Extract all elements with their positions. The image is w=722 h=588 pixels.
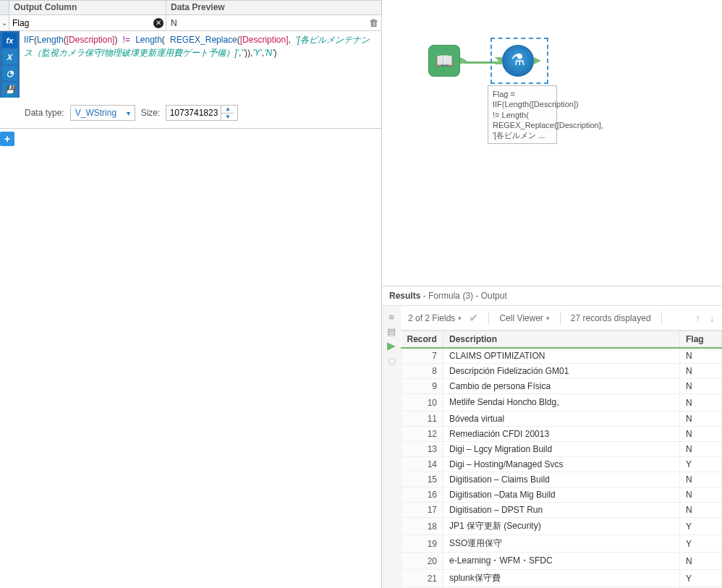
fields-dropdown[interactable]: 2 of 2 Fields▾	[408, 313, 462, 323]
output-column-input[interactable]	[12, 18, 148, 28]
table-row[interactable]: 15Digitisation – Claims BuildN	[402, 472, 722, 487]
cell-record: 13	[402, 442, 443, 457]
cell-description: Remediación CFDI 20013	[443, 427, 680, 442]
formula-tool-node[interactable]	[502, 45, 534, 77]
cell-flag: N	[680, 472, 722, 487]
data-type-label: Data type:	[25, 108, 64, 118]
formula-tool-icon	[502, 45, 534, 77]
cell-description: CLAIMS OPTIMIZATION	[443, 348, 680, 364]
connection-line[interactable]	[463, 61, 501, 64]
x-columns-icon[interactable]: X	[2, 49, 17, 64]
col-header-record[interactable]: Record	[402, 331, 443, 348]
table-row[interactable]: 20e-Learning・WFM・SFDCN	[402, 553, 722, 570]
cell-flag: N	[680, 379, 722, 394]
cell-flag: N	[680, 364, 722, 379]
cell-record: 15	[402, 472, 443, 487]
cell-flag: Y	[680, 457, 722, 472]
formula-config-panel: Output Column Data Preview ⌄ ✕ N 🗑 fx X …	[0, 0, 382, 588]
table-row[interactable]: 16Digitisation –Data Mig BuildN	[402, 487, 722, 503]
cell-description: e-Learning・WFM・SFDC	[443, 553, 680, 570]
output-anchor-icon[interactable]	[534, 57, 541, 64]
table-row[interactable]: 19SSO運用保守Y	[402, 535, 722, 553]
cell-flag: N	[680, 427, 722, 442]
table-row[interactable]: 10Metlife Sendai Honcho Bldg。N	[402, 394, 722, 412]
cell-record: 16	[402, 487, 443, 503]
cell-flag: N	[680, 394, 722, 412]
col-header-description[interactable]: Description	[443, 331, 680, 348]
columns-header: Output Column Data Preview	[0, 0, 381, 15]
table-row[interactable]: 8Descripción Fidelización GM01N	[402, 364, 722, 379]
col-header-flag[interactable]: Flag	[680, 331, 722, 348]
add-expression-button[interactable]: +	[0, 132, 14, 146]
table-row[interactable]: 9Cambio de persona FísicaN	[402, 379, 722, 394]
cell-flag: Y	[680, 518, 722, 535]
input-tool-node[interactable]: 📖	[428, 45, 460, 77]
cell-description: Metlife Sendai Honcho Bldg。	[443, 394, 680, 412]
data-type-row: Data type: V_WString Size: ▲ ▼	[0, 98, 381, 129]
delete-expression-icon[interactable]: 🗑	[365, 17, 381, 28]
table-row[interactable]: 12Remediación CFDI 20013N	[402, 427, 722, 442]
cell-description: Digitisation –Data Mig Build	[443, 487, 680, 503]
size-step-down-icon[interactable]: ▼	[221, 114, 234, 121]
cell-flag: N	[680, 503, 722, 518]
cell-record: 7	[402, 348, 443, 364]
expression-toolbar: fx X ◔ 💾	[0, 31, 20, 98]
nav-down-icon[interactable]: ↓	[710, 312, 715, 324]
data-type-dropdown[interactable]: V_WString	[70, 105, 135, 121]
table-row[interactable]: 21splunk保守費Y	[402, 570, 722, 587]
size-input[interactable]	[166, 108, 221, 118]
fx-functions-icon[interactable]: fx	[2, 33, 17, 48]
cell-description: Cambio de persona Física	[443, 379, 680, 394]
table-row[interactable]: 13Digi – Lgcy Migration BuildN	[402, 442, 722, 457]
cell-description: SSO運用保守	[443, 535, 680, 553]
workflow-canvas[interactable]: 📖 Flag = IIF(Length([Description]) != Le…	[382, 0, 722, 286]
results-grid[interactable]: Record Description Flag 7CLAIMS OPTIMIZA…	[401, 331, 722, 588]
apply-check-icon[interactable]: ✔	[469, 311, 478, 325]
collapse-toggle[interactable]: ⌄	[0, 15, 9, 30]
cell-flag: N	[680, 442, 722, 457]
results-metadata-icon[interactable]: ◌	[386, 355, 397, 365]
expression-area: fx X ◔ 💾 IIF(Length([Description]) != Le…	[0, 31, 381, 98]
cell-record: 14	[402, 457, 443, 472]
cell-record: 11	[402, 412, 443, 427]
cell-viewer-dropdown[interactable]: Cell Viewer▾	[499, 313, 549, 323]
table-row[interactable]: 7CLAIMS OPTIMIZATIONN	[402, 348, 722, 364]
results-messages-icon[interactable]: ▤	[386, 326, 397, 336]
cell-record: 20	[402, 553, 443, 570]
results-data-icon[interactable]: ▶	[386, 341, 397, 351]
clear-field-icon[interactable]: ✕	[153, 18, 163, 28]
input-anchor-icon[interactable]	[495, 57, 502, 64]
results-title-suffix: - Formula (3) - Output	[423, 291, 507, 301]
cell-record: 18	[402, 518, 443, 535]
data-preview-value: N	[171, 18, 177, 28]
cell-description: Bóveda virtual	[443, 412, 680, 427]
records-summary-label: 27 records displayed	[571, 313, 651, 323]
results-menu-icon[interactable]: ≡	[386, 312, 397, 322]
size-label: Size:	[141, 108, 161, 118]
cell-description: Digitisation – Claims Build	[443, 472, 680, 487]
tool-annotation[interactable]: Flag = IIF(Length([Description]) != Leng…	[488, 85, 557, 144]
nav-up-icon[interactable]: ↑	[695, 312, 701, 324]
size-input-box[interactable]: ▲ ▼	[166, 105, 238, 121]
recent-icon[interactable]: ◔	[2, 66, 17, 81]
cell-description: Digi – Lgcy Migration Build	[443, 442, 680, 457]
cell-description: JP1 保守更新 (Security)	[443, 518, 680, 535]
cell-flag: N	[680, 412, 722, 427]
table-row[interactable]: 18JP1 保守更新 (Security)Y	[402, 518, 722, 535]
cell-record: 12	[402, 427, 443, 442]
cell-record: 21	[402, 570, 443, 587]
output-field-row: ⌄ ✕ N 🗑	[0, 15, 381, 31]
cell-record: 8	[402, 364, 443, 379]
expression-editor[interactable]: IIF(Length([Description]) != Length( REG…	[20, 31, 381, 98]
results-area: ≡ ▤ ▶ ◌ 2 of 2 Fields▾ ✔ Cell Viewer▾	[382, 306, 722, 588]
table-row[interactable]: 11Bóveda virtualN	[402, 412, 722, 427]
table-row[interactable]: 14Digi – Hosting/Managed SvcsY	[402, 457, 722, 472]
cell-flag: N	[680, 348, 722, 364]
table-row[interactable]: 17Digitisation – DPST RunN	[402, 503, 722, 518]
header-output-column: Output Column	[9, 1, 166, 14]
cell-flag: Y	[680, 535, 722, 553]
save-expression-icon[interactable]: 💾	[2, 82, 17, 98]
size-step-up-icon[interactable]: ▲	[221, 106, 234, 114]
header-data-preview: Data Preview	[166, 1, 381, 14]
cell-record: 19	[402, 535, 443, 553]
